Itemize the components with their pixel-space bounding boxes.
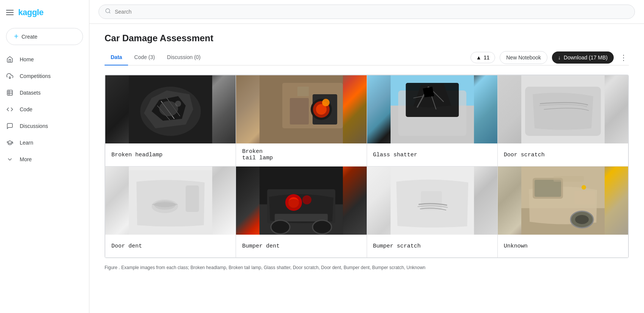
more-options-button[interactable]: ⋮: [618, 51, 629, 64]
main-content: Car Damage Assessment Data Code (3) Disc…: [89, 0, 644, 313]
grid-cell-door-scratch: Door scratch: [498, 75, 628, 167]
trophy-icon: [6, 72, 14, 80]
sidebar-item-label-discussions: Discussions: [20, 123, 48, 129]
grid-cell-glass-shatter: Glass shatter: [367, 75, 498, 167]
svg-point-23: [322, 99, 330, 106]
create-button[interactable]: + Create: [6, 28, 83, 45]
svg-rect-25: [297, 87, 309, 96]
grid-cell-bumper-dent: Bumper dent: [236, 167, 367, 258]
grid-cell-label-bumper-dent: Bumper dent: [236, 235, 366, 257]
sidebar-header: kaggle: [0, 3, 89, 22]
tab-data[interactable]: Data: [105, 50, 128, 65]
vote-count: 11: [484, 55, 490, 61]
svg-rect-61: [535, 180, 561, 197]
svg-point-15: [175, 101, 181, 107]
expand-icon: [6, 156, 14, 163]
download-button[interactable]: ↓ Download (17 MB): [552, 51, 614, 64]
svg-point-54: [313, 220, 331, 234]
svg-rect-42: [186, 185, 199, 212]
plus-icon: +: [14, 32, 19, 41]
sidebar-item-label-datasets: Datasets: [20, 90, 41, 96]
svg-point-53: [271, 220, 290, 234]
car-image-door-scratch: [498, 75, 628, 143]
svg-marker-36: [423, 87, 434, 97]
tab-discussion[interactable]: Discussion (0): [161, 50, 207, 65]
table-icon: [6, 89, 14, 97]
image-grid: Broken headlamp: [105, 75, 628, 258]
code-icon: [6, 106, 14, 113]
svg-line-6: [109, 12, 110, 13]
grid-cell-label-door-dent: Door dent: [105, 235, 236, 257]
new-notebook-button[interactable]: New Notebook: [500, 51, 547, 64]
figure-caption: Figure . Example images from each class;…: [105, 264, 629, 271]
tab-bar: Data Code (3) Discussion (0) ▲ 11 New No…: [105, 50, 629, 65]
grid-cell-broken-tail-lamp: Broken tail lamp: [236, 75, 367, 167]
tab-bar-left: Data Code (3) Discussion (0): [105, 50, 470, 65]
grid-cell-label-broken-headlamp: Broken headlamp: [105, 143, 236, 166]
search-bar[interactable]: [98, 5, 635, 19]
car-image-bumper-scratch: [367, 167, 497, 235]
search-input[interactable]: [115, 9, 628, 15]
image-grid-container: Broken headlamp: [105, 75, 629, 258]
sidebar-item-discussions[interactable]: Discussions: [0, 118, 84, 134]
topbar: [89, 0, 644, 24]
sidebar-item-datasets[interactable]: Datasets: [0, 84, 84, 101]
school-icon: [6, 139, 14, 146]
grid-cell-label-broken-tail-lamp: Broken tail lamp: [236, 143, 366, 166]
menu-icon[interactable]: [6, 10, 14, 15]
home-icon: [6, 56, 14, 63]
search-icon: [105, 8, 111, 16]
svg-point-51: [302, 195, 311, 204]
download-label: Download (17 MB): [564, 55, 608, 61]
car-image-broken-headlamp: [105, 75, 236, 143]
svg-rect-24: [290, 98, 309, 125]
chat-icon: [6, 122, 14, 130]
logo: kaggle: [18, 8, 44, 17]
car-image-bumper-dent: [236, 167, 366, 235]
car-image-broken-tail-lamp: [236, 75, 366, 143]
svg-rect-1: [7, 90, 13, 95]
car-image-glass-shatter: [367, 75, 497, 143]
svg-rect-65: [574, 191, 595, 204]
tab-code[interactable]: Code (3): [128, 50, 161, 65]
sidebar-item-label-more: More: [20, 156, 32, 162]
car-image-unknown: [498, 167, 628, 235]
svg-point-5: [106, 9, 110, 13]
tab-bar-right: ▲ 11 New Notebook ↓ Download (17 MB) ⋮: [470, 51, 629, 64]
svg-rect-57: [421, 191, 442, 210]
grid-cell-label-glass-shatter: Glass shatter: [367, 143, 497, 166]
svg-rect-64: [553, 176, 584, 182]
svg-point-50: [287, 199, 300, 210]
sidebar-item-home[interactable]: Home: [0, 51, 84, 68]
page-title: Car Damage Assessment: [105, 33, 629, 44]
grid-cell-unknown: Unknown: [498, 167, 628, 258]
sidebar-item-label-code: Code: [20, 106, 32, 112]
grid-cell-label-unknown: Unknown: [498, 235, 628, 257]
sidebar-item-code[interactable]: Code: [0, 101, 84, 118]
sidebar-item-label-home: Home: [20, 56, 34, 62]
sidebar-item-more[interactable]: More: [0, 151, 84, 168]
sidebar: kaggle + Create Home Competitions: [0, 0, 89, 313]
vote-button[interactable]: ▲ 11: [470, 52, 495, 63]
sidebar-item-competitions[interactable]: Competitions: [0, 68, 84, 84]
sidebar-item-learn[interactable]: Learn: [0, 134, 84, 151]
sidebar-item-label-learn: Learn: [20, 140, 33, 146]
create-label: Create: [22, 34, 38, 40]
page-content: Car Damage Assessment Data Code (3) Disc…: [89, 24, 644, 313]
grid-cell-broken-headlamp: Broken headlamp: [105, 75, 236, 167]
grid-cell-bumper-scratch: Bumper scratch: [367, 167, 498, 258]
grid-cell-door-dent: Door dent: [105, 167, 236, 258]
grid-cell-label-door-scratch: Door scratch: [498, 143, 628, 166]
upvote-icon: ▲: [476, 55, 481, 61]
car-image-door-dent: [105, 167, 236, 235]
grid-cell-label-bumper-scratch: Bumper scratch: [367, 235, 497, 257]
sidebar-item-label-competitions: Competitions: [20, 73, 51, 79]
download-icon: ↓: [558, 55, 561, 61]
svg-point-63: [575, 215, 589, 224]
svg-point-66: [581, 185, 586, 190]
